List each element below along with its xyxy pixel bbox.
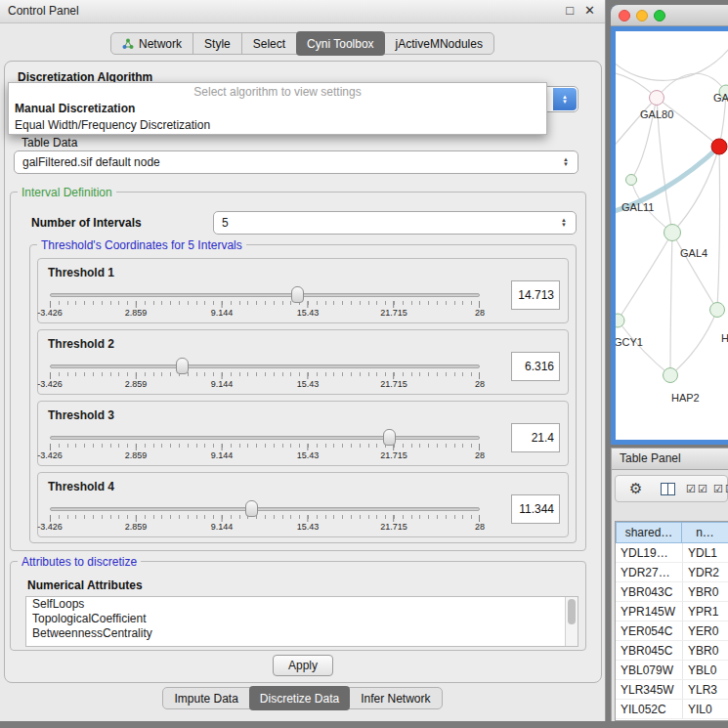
threshold-4-slider[interactable]: -3.426 2.859 9.144 15.43 21.715 28 — [50, 498, 480, 534]
number-of-intervals-select[interactable]: 5 ▲ ▼ — [213, 211, 577, 235]
number-of-intervals-stepper-icon[interactable]: ▲ ▼ — [558, 212, 570, 234]
control-panel-window: Control Panel □ ✕ Network — [0, 0, 606, 721]
attributes-scrollbar[interactable] — [565, 597, 578, 646]
table-row[interactable]: YLR345W YLR3 — [616, 680, 728, 700]
network-canvas[interactable]: GAL80 GAL11 GAL4 GCY1 HAP2 GA H — [616, 31, 728, 440]
table-cell[interactable]: YBR043C — [616, 582, 682, 601]
threshold-1-slider[interactable]: -3.426 2.859 9.144 15.43 21.715 28 — [50, 284, 480, 320]
tab-network[interactable]: Network — [111, 33, 193, 54]
tab-jactivemnodules[interactable]: jActiveMNodules — [385, 33, 493, 54]
table-cell[interactable]: YER0 — [682, 621, 728, 640]
column-header-name[interactable]: n… — [682, 522, 728, 543]
table-cell[interactable]: YPR145W — [616, 602, 682, 621]
node-gal4[interactable] — [664, 225, 681, 241]
tab-network-label: Network — [139, 37, 182, 51]
list-item-betweennesscentrality[interactable]: BetweennessCentrality — [26, 626, 578, 641]
tab-style[interactable]: Style — [193, 33, 241, 54]
table-cell[interactable]: YLR345W — [616, 680, 682, 699]
threshold-3-slider[interactable]: -3.426 2.859 9.144 15.43 21.715 28 — [50, 427, 480, 462]
dropdown-option-equal-width-frequency[interactable]: Equal Width/Frequency Discretization — [9, 117, 546, 134]
slider-handle[interactable] — [176, 358, 189, 374]
table-cell[interactable]: YIL0 — [682, 700, 728, 718]
table-row[interactable]: YDR27… YDR2 — [616, 563, 728, 582]
tab-select[interactable]: Select — [241, 33, 296, 54]
network-window-titlebar[interactable] — [611, 5, 728, 26]
threshold-1-value-field[interactable] — [511, 280, 560, 310]
threshold-4-value-field[interactable] — [511, 494, 560, 524]
float-window-icon[interactable]: □ — [566, 3, 574, 18]
gear-icon[interactable]: ⚙ — [629, 480, 642, 497]
table-cell[interactable]: YLR3 — [682, 680, 728, 699]
list-item-topologicalcoefficient[interactable]: TopologicalCoefficient — [26, 612, 578, 626]
table-cell[interactable]: YBR045C — [616, 641, 682, 660]
table-cell[interactable]: YIL052C — [616, 700, 682, 718]
threshold-2-value-field[interactable] — [511, 352, 560, 381]
table-row[interactable]: YPR145W YPR1 — [616, 602, 728, 621]
slider-track[interactable] — [50, 507, 480, 511]
node-label-partial-top: GA — [713, 92, 728, 104]
list-item-selfloops[interactable]: SelfLoops — [26, 597, 578, 612]
tab-discretize-data[interactable]: Discretize Data — [249, 686, 350, 710]
network-icon — [122, 38, 134, 50]
attributes-group-title: Attributes to discretize — [18, 555, 141, 569]
interval-definition-title: Interval Definition — [18, 186, 116, 199]
close-window-icon[interactable]: ✕ — [584, 3, 595, 18]
table-cell[interactable]: YBL0 — [682, 661, 728, 679]
table-cell[interactable]: YBR0 — [682, 641, 728, 660]
slider-handle[interactable] — [245, 500, 258, 517]
columns-icon[interactable] — [661, 483, 675, 495]
table-cell[interactable]: YDL19… — [616, 543, 682, 562]
node-hap2[interactable] — [664, 368, 678, 383]
slider-handle[interactable] — [291, 286, 304, 303]
slider-track[interactable] — [50, 364, 480, 368]
top-tabs-strip: Network Style Select Cyni Toolbox jActiv… — [110, 32, 494, 55]
zoom-traffic-light-icon[interactable] — [654, 10, 665, 21]
table-panel-header[interactable]: Table Panel — [611, 448, 728, 470]
node-selected-red[interactable] — [711, 139, 727, 154]
apply-button[interactable]: Apply — [273, 655, 333, 676]
slider-track[interactable] — [50, 293, 480, 297]
table-data-stepper-icon[interactable]: ▲ ▼ — [560, 151, 572, 173]
table-row[interactable]: YBR045C YBR0 — [616, 641, 728, 661]
node-label-gal80: GAL80 — [640, 108, 673, 120]
table-data-select[interactable]: galFiltered.sif default node ▲ ▼ — [14, 150, 578, 174]
table-row[interactable]: YIL052C YIL0 — [616, 700, 728, 719]
checkbox-icon-1[interactable]: ☑ — [686, 483, 696, 495]
table-row[interactable]: YBL079W YBL0 — [616, 661, 728, 680]
node-gcy1[interactable] — [616, 314, 624, 327]
table-cell[interactable]: YDR2 — [682, 563, 728, 581]
threshold-2-slider[interactable]: -3.426 2.859 9.144 15.43 21.715 28 — [50, 356, 480, 391]
table-data-selected-value: galFiltered.sif default node — [22, 151, 554, 173]
node-gal11[interactable] — [626, 175, 637, 186]
threshold-3-value-field[interactable] — [511, 423, 560, 452]
checkbox-icon-3[interactable]: ☑ — [713, 483, 723, 495]
scrollbar-thumb[interactable] — [568, 599, 576, 624]
slider-handle[interactable] — [383, 429, 396, 446]
table-cell[interactable]: YDL1 — [682, 543, 728, 562]
close-traffic-light-icon[interactable] — [619, 10, 630, 21]
dropdown-option-manual-discretization[interactable]: Manual Discretization — [9, 101, 546, 117]
table-cell[interactable]: YBR0 — [682, 582, 728, 601]
checkbox-icon-2[interactable]: ☑ — [698, 483, 707, 495]
tick-label: -3.426 — [37, 522, 63, 532]
table-row[interactable]: YBR043C YBR0 — [616, 582, 728, 602]
slider-track[interactable] — [50, 436, 480, 440]
tab-infer-network[interactable]: Infer Network — [350, 688, 441, 708]
node-partial-mid-right[interactable] — [710, 303, 725, 318]
tab-cyni-toolbox[interactable]: Cyni Toolbox — [296, 31, 384, 56]
tick-label: 2.859 — [125, 450, 148, 460]
tab-impute-data[interactable]: Impute Data — [163, 688, 248, 708]
algorithm-select-stepper-icon[interactable]: ▲ ▼ — [553, 88, 577, 110]
node-gal80[interactable] — [650, 91, 664, 106]
table-row[interactable]: YDL19… YDL1 — [616, 543, 728, 563]
table-cell[interactable]: YPR1 — [682, 602, 728, 621]
cyni-mode-tab-bar: Impute Data Discretize Data Infer Networ… — [0, 687, 605, 709]
stepper-down-icon: ▼ — [562, 100, 568, 105]
column-header-shared-name[interactable]: shared… — [616, 522, 682, 543]
table-row[interactable]: YER054C YER0 — [616, 621, 728, 641]
table-cell[interactable]: YBL079W — [616, 661, 682, 679]
table-cell[interactable]: YER054C — [616, 621, 682, 640]
table-cell[interactable]: YDR27… — [616, 563, 682, 581]
minimize-traffic-light-icon[interactable] — [636, 10, 648, 21]
table-data-label: Table Data — [21, 136, 77, 150]
